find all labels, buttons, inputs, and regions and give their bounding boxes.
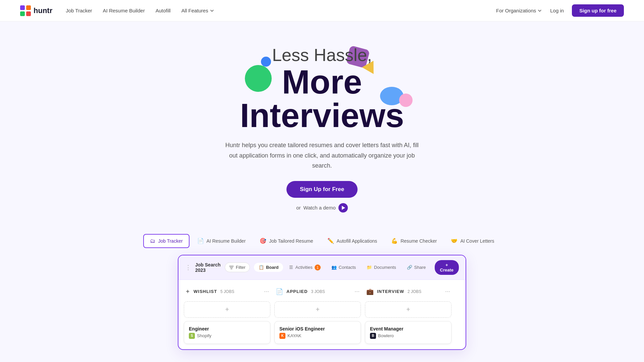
create-button[interactable]: + Create <box>435 260 459 275</box>
applied-title: APPLIED <box>286 289 308 294</box>
dashboard-nav: 📋 Board ☰ Activities 1 👥 Contacts 📁 Docu… <box>254 262 431 273</box>
navbar-left: huntr Job Tracker AI Resume Builder Auto… <box>20 5 214 16</box>
tab-ai-cover-icon: 🤝 <box>451 238 458 244</box>
filter-button[interactable]: Filter <box>225 262 250 272</box>
wishlist-icon: ✦ <box>185 288 190 295</box>
job-card-engineer[interactable]: Engineer S Shopify <box>184 321 270 344</box>
filter-label: Filter <box>236 265 246 270</box>
activities-label: Activities <box>295 265 312 270</box>
nav-ai-resume-builder[interactable]: AI Resume Builder <box>103 8 145 13</box>
activities-badge: 1 <box>315 264 321 270</box>
tab-resume-checker-label: Resume Checker <box>400 238 437 244</box>
signup-button[interactable]: Sign up for free <box>572 4 624 17</box>
nav-contacts[interactable]: 👥 Contacts <box>327 263 361 272</box>
job-card-company-kayak: K KAYAK <box>279 333 356 339</box>
interview-column-header: 💼 INTERVIEW 2 JOBS ··· <box>365 285 451 298</box>
kanban-column-interview: 💼 INTERVIEW 2 JOBS ··· + Event Manager B… <box>365 285 451 344</box>
wishlist-column-header: ✦ WISHLIST 5 JOBS ··· <box>184 285 270 298</box>
board-label: Board <box>266 265 279 270</box>
nav-documents[interactable]: 📁 Documents <box>362 263 401 272</box>
brand-name: huntr <box>34 6 52 15</box>
signup-cta-button[interactable]: Sign Up for Free <box>286 181 358 198</box>
nav-activities[interactable]: ☰ Activities 1 <box>284 262 325 273</box>
applied-column-header: 📄 APPLIED 3 JOBS ··· <box>274 285 361 298</box>
company-name-shopify: Shopify <box>197 333 211 338</box>
applied-add-button[interactable]: + <box>274 301 361 318</box>
svg-rect-3 <box>26 11 31 16</box>
job-card-event-manager[interactable]: Event Manager B Bowlero <box>365 321 451 344</box>
navbar-right: For Organizations Log in Sign up for fre… <box>496 4 624 17</box>
play-icon <box>338 203 348 213</box>
nav-board[interactable]: 📋 Board <box>254 263 283 272</box>
contacts-label: Contacts <box>339 265 356 270</box>
chevron-down-icon-2 <box>537 8 542 13</box>
tab-tailored-label: Job Tailored Resume <box>269 238 313 244</box>
kanban-column-wishlist: ✦ WISHLIST 5 JOBS ··· + Engineer S Shopi… <box>184 285 270 344</box>
company-name-kayak: KAYAK <box>287 333 301 338</box>
bowlero-logo: B <box>370 333 376 339</box>
share-icon: 🔗 <box>407 265 412 270</box>
tab-tailored-icon: 🎯 <box>260 238 266 244</box>
documents-label: Documents <box>374 265 396 270</box>
tab-autofill-icon: ✏️ <box>327 238 334 244</box>
tab-autofill-label: Autofill Applications <box>337 238 377 244</box>
watch-demo-link[interactable]: or Watch a demo <box>296 203 348 213</box>
job-card-ios-engineer[interactable]: Senior iOS Engineer K KAYAK <box>274 321 361 344</box>
filter-icon <box>229 265 234 270</box>
interview-count: 2 JOBS <box>408 289 421 294</box>
kanban-column-applied: 📄 APPLIED 3 JOBS ··· + Senior iOS Engine… <box>274 285 361 344</box>
tab-job-tracker-icon: 🗂 <box>150 238 155 244</box>
wishlist-title: WISHLIST <box>194 289 217 294</box>
watch-demo-label: Watch a demo <box>304 205 336 210</box>
kayak-logo: K <box>279 333 285 339</box>
tab-job-tracker-label: Job Tracker <box>158 238 182 244</box>
tab-ai-resume-label: AI Resume Builder <box>207 238 246 244</box>
documents-icon: 📁 <box>367 265 372 270</box>
dashboard-card: ⋮ Job Search 2023 Filter 📋 Board ☰ Activ… <box>178 255 466 350</box>
chevron-down-icon <box>210 8 214 13</box>
tab-job-tailored-resume[interactable]: 🎯 Job Tailored Resume <box>253 234 319 248</box>
activities-icon: ☰ <box>289 265 293 270</box>
applied-icon: 📄 <box>276 288 283 295</box>
dashboard-header: ⋮ Job Search 2023 Filter 📋 Board ☰ Activ… <box>178 255 466 280</box>
job-card-title-engineer: Engineer <box>189 326 265 331</box>
nav-links: Job Tracker AI Resume Builder Autofill A… <box>66 8 214 14</box>
tab-ai-resume-builder[interactable]: 📄 AI Resume Builder <box>191 234 252 248</box>
interview-icon: 💼 <box>366 288 374 295</box>
menu-dots-icon[interactable]: ⋮ <box>185 264 191 271</box>
logo-link[interactable]: huntr <box>20 5 52 16</box>
feature-tabs: 🗂 Job Tracker 📄 AI Resume Builder 🎯 Job … <box>0 226 644 248</box>
hero-line2: More <box>240 65 404 99</box>
watch-demo-prefix: or <box>296 205 301 210</box>
nav-share[interactable]: 🔗 Share <box>402 263 431 272</box>
interview-add-button[interactable]: + <box>365 301 451 318</box>
tab-resume-checker-icon: 💪 <box>391 238 398 244</box>
login-button[interactable]: Log in <box>550 8 564 13</box>
interview-menu-icon[interactable]: ··· <box>445 288 450 295</box>
wishlist-menu-icon[interactable]: ··· <box>264 288 269 295</box>
nav-autofill[interactable]: Autofill <box>156 8 171 13</box>
svg-rect-1 <box>26 5 31 10</box>
tab-resume-checker[interactable]: 💪 Resume Checker <box>385 234 443 248</box>
hero-section: Less Hassle, More Interviews Huntr helps… <box>0 21 644 226</box>
hero-line1: Less Hassle, <box>240 45 404 65</box>
applied-menu-icon[interactable]: ··· <box>355 288 360 295</box>
contacts-icon: 👥 <box>331 265 337 270</box>
tab-ai-cover-letters[interactable]: 🤝 AI Cover Letters <box>444 234 500 248</box>
tab-job-tracker[interactable]: 🗂 Job Tracker <box>143 234 189 248</box>
nav-for-organizations-dropdown[interactable]: For Organizations <box>496 8 542 13</box>
wishlist-count: 5 JOBS <box>220 289 234 294</box>
nav-job-tracker[interactable]: Job Tracker <box>66 8 92 13</box>
share-label: Share <box>414 265 426 270</box>
hero-heading: Less Hassle, More Interviews <box>240 45 404 132</box>
kanban-board: ✦ WISHLIST 5 JOBS ··· + Engineer S Shopi… <box>178 280 466 349</box>
nav-all-features-dropdown[interactable]: All Features <box>181 8 214 13</box>
company-name-bowlero: Bowlero <box>378 333 394 338</box>
job-card-company-bowlero: B Bowlero <box>370 333 446 339</box>
interview-title: INTERVIEW <box>377 289 404 294</box>
wishlist-add-button[interactable]: + <box>184 301 270 318</box>
job-card-title-event: Event Manager <box>370 326 446 331</box>
dashboard-wrapper: ⋮ Job Search 2023 Filter 📋 Board ☰ Activ… <box>0 248 644 350</box>
hero-subtitle: Huntr helps you create tailored resumes … <box>225 140 419 171</box>
tab-autofill-applications[interactable]: ✏️ Autofill Applications <box>321 234 384 248</box>
